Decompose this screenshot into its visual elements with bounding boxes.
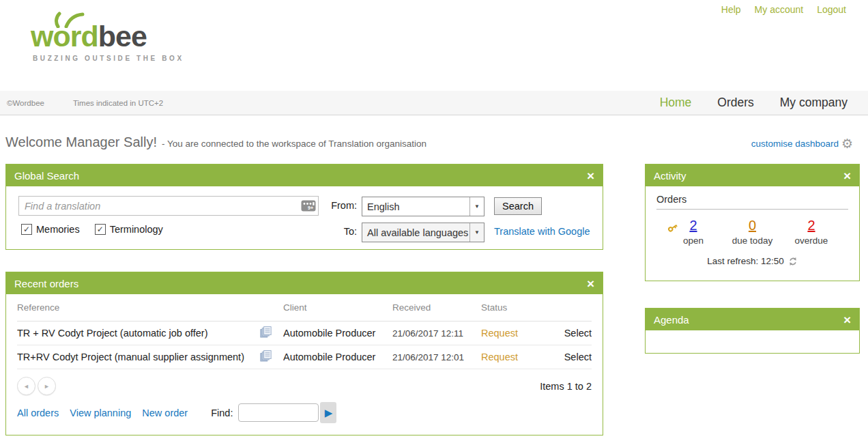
overdue-count[interactable]: 2: [807, 218, 815, 233]
activity-panel: Activity × Orders 2 open 0 due today 2: [645, 164, 860, 281]
global-search-header: Global Search ×: [6, 165, 603, 186]
terminology-checkbox[interactable]: ✓: [95, 224, 106, 235]
due-today-label: due today: [725, 235, 780, 246]
refresh-icon[interactable]: [788, 257, 798, 266]
arrow-left-icon: ◄: [23, 383, 29, 390]
next-page-button[interactable]: ►: [38, 377, 56, 395]
activity-section-label: Orders: [656, 194, 848, 210]
agenda-header: Agenda ×: [646, 309, 859, 330]
copyright-text: ©Wordbee: [7, 99, 44, 107]
global-search-title: Global Search: [14, 170, 79, 182]
order-status: Request: [481, 352, 542, 362]
col-received: Received: [392, 302, 481, 313]
gear-icon[interactable]: ⚙: [841, 137, 853, 150]
my-account-link[interactable]: My account: [755, 4, 804, 15]
order-reference: TR+RV Codyt Project (manual supplier ass…: [17, 352, 244, 362]
table-row: TR + RV Codyt Project (automatic job off…: [17, 321, 592, 345]
open-orders-label: open: [666, 235, 721, 246]
find-label: Find:: [211, 408, 233, 418]
close-icon[interactable]: ×: [587, 169, 594, 182]
all-orders-link[interactable]: All orders: [17, 408, 59, 418]
order-client: Automobile Producer: [283, 352, 375, 362]
to-label: To:: [326, 226, 357, 237]
logo-bee: bee: [98, 20, 147, 53]
last-refresh-label: Last refresh: 12:50: [707, 256, 784, 266]
open-orders-count[interactable]: 2: [689, 218, 697, 233]
memories-checkbox[interactable]: ✓: [21, 224, 32, 235]
svg-text:9+: 9+: [308, 205, 313, 210]
to-language-value: All available languages: [362, 227, 469, 238]
prev-page-button[interactable]: ◄: [17, 377, 35, 395]
orders-table: Reference Client Received Status TR + RV…: [17, 294, 592, 369]
logout-link[interactable]: Logout: [817, 4, 846, 15]
new-order-link[interactable]: New order: [142, 408, 188, 418]
agenda-title: Agenda: [654, 314, 689, 326]
col-reference: Reference: [17, 302, 260, 313]
agenda-body: [646, 330, 859, 353]
documents-icon[interactable]: [260, 326, 283, 341]
nav-item-home[interactable]: Home: [660, 96, 692, 110]
overdue-label: overdue: [784, 235, 839, 246]
view-planning-link[interactable]: View planning: [70, 408, 131, 418]
key-icon: [667, 222, 678, 234]
activity-title: Activity: [654, 170, 686, 182]
recent-orders-panel: Recent orders × Reference Client Receive…: [5, 272, 603, 435]
terminology-label: Terminology: [110, 224, 163, 235]
welcome-row: Welcome Manager Sally! - You are connect…: [5, 134, 853, 150]
welcome-subtitle: - You are connected to the workspace of …: [162, 139, 426, 149]
order-received: 21/06/2017 12:01: [392, 352, 481, 362]
help-link[interactable]: Help: [721, 4, 741, 15]
chevron-down-icon: ▼: [469, 197, 484, 216]
due-today-count[interactable]: 0: [749, 218, 756, 233]
check-icon: ✓: [23, 225, 30, 234]
global-search-panel: Global Search × 9+ From: English ▼ Searc…: [5, 164, 603, 250]
order-received: 21/06/2017 12:11: [392, 328, 481, 339]
agenda-panel: Agenda ×: [645, 308, 860, 354]
col-client: Client: [283, 302, 392, 313]
order-reference: TR + RV Codyt Project (automatic job off…: [17, 328, 208, 339]
order-select-link[interactable]: Select: [564, 328, 592, 339]
documents-icon[interactable]: [260, 350, 283, 365]
arrow-right-icon: ►: [44, 383, 50, 390]
nav-strip: ©Wordbee Times indicated in UTC+2 Home O…: [0, 91, 868, 115]
check-icon: ✓: [97, 225, 104, 234]
activity-header: Activity ×: [646, 165, 859, 186]
find-go-button[interactable]: ▶: [320, 402, 336, 423]
translation-search-field: 9+: [18, 196, 319, 216]
chevron-down-icon: ▼: [469, 223, 484, 242]
nav-item-orders[interactable]: Orders: [717, 96, 753, 110]
order-status: Request: [481, 328, 542, 339]
close-icon[interactable]: ×: [843, 169, 851, 182]
order-client: Automobile Producer: [283, 328, 375, 339]
to-language-select[interactable]: All available languages ▼: [362, 223, 484, 242]
nav-item-my-company[interactable]: My company: [780, 96, 848, 110]
recent-orders-header: Recent orders ×: [6, 272, 603, 294]
wordbee-logo[interactable]: wordbee BUZZING OUTSIDE THE BOX: [31, 11, 184, 62]
special-characters-icon[interactable]: 9+: [301, 200, 316, 212]
timezone-note: Times indicated in UTC+2: [73, 99, 163, 107]
table-row: TR+RV Codyt Project (manual supplier ass…: [17, 345, 592, 369]
customise-dashboard-link[interactable]: customise dashboard: [751, 139, 839, 149]
from-language-select[interactable]: English ▼: [362, 197, 484, 216]
page-title: Welcome Manager Sally!: [5, 134, 157, 150]
orders-table-header: Reference Client Received Status: [17, 294, 592, 321]
find-input[interactable]: [238, 403, 319, 422]
translation-search-input[interactable]: [19, 201, 301, 212]
logo-tagline: BUZZING OUTSIDE THE BOX: [33, 55, 184, 62]
translate-with-google-link[interactable]: Translate with Google: [494, 226, 590, 237]
search-button[interactable]: Search: [494, 197, 542, 215]
topbar-links: Help My account Logout: [721, 4, 846, 15]
items-count-label: Items 1 to 2: [540, 381, 592, 392]
from-label: From:: [326, 200, 357, 211]
close-icon[interactable]: ×: [587, 277, 594, 290]
bee-antennae-icon: [50, 10, 87, 28]
from-language-value: English: [362, 201, 469, 212]
memories-label: Memories: [36, 224, 80, 235]
recent-orders-title: Recent orders: [14, 278, 78, 289]
close-icon[interactable]: ×: [843, 313, 851, 326]
order-select-link[interactable]: Select: [564, 352, 592, 362]
col-status: Status: [481, 302, 542, 313]
play-icon: ▶: [325, 407, 333, 419]
